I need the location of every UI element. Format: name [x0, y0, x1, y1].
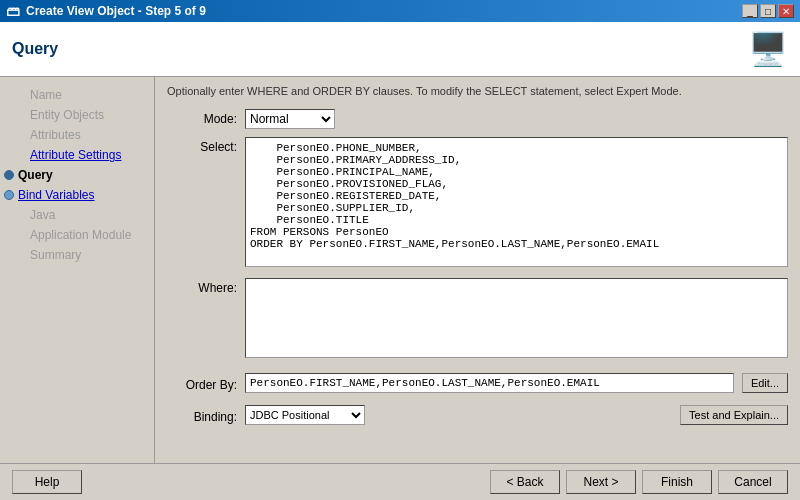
edit-button[interactable]: Edit... — [742, 373, 788, 393]
title-bar-title: Create View Object - Step 5 of 9 — [26, 4, 206, 18]
sidebar-label-attribute-settings: Attribute Settings — [30, 148, 121, 162]
test-explain-button[interactable]: Test and Explain... — [680, 405, 788, 425]
binding-label: Binding: — [167, 407, 237, 424]
where-row: Where: — [167, 278, 788, 361]
sidebar-label-name: Name — [30, 88, 62, 102]
sidebar-item-name: Name — [0, 85, 154, 105]
dialog-header: Query 🖥️ — [0, 22, 800, 77]
next-button[interactable]: Next > — [566, 470, 636, 494]
sidebar-label-java: Java — [30, 208, 55, 222]
binding-select[interactable]: JDBC Positional Named — [245, 405, 365, 425]
sidebar-entry-summary: Summary — [0, 245, 154, 265]
dialog-header-icon: 🖥️ — [748, 30, 788, 68]
dialog-title: Query — [12, 40, 58, 58]
sidebar-item-entity-objects: Entity Objects — [0, 105, 154, 125]
sidebar-entry-bind-variables: Bind Variables — [0, 185, 154, 205]
sidebar-item-application-module: Application Module — [0, 225, 154, 245]
sidebar-label-entity-objects: Entity Objects — [30, 108, 104, 122]
sidebar-label-summary: Summary — [30, 248, 81, 262]
select-textarea[interactable]: PersonEO.PHONE_NUMBER, PersonEO.PRIMARY_… — [245, 137, 788, 267]
where-textarea[interactable] — [245, 278, 788, 358]
order-by-label: Order By: — [167, 375, 237, 392]
sidebar-label-bind-variables: Bind Variables — [18, 188, 95, 202]
mode-control: Normal Expert — [245, 109, 788, 129]
maximize-button[interactable]: □ — [760, 4, 776, 18]
sidebar-entry-query: Query — [0, 165, 154, 185]
title-bar-controls: _ □ ✕ — [742, 4, 794, 18]
sidebar-entry-name: Name — [0, 85, 154, 105]
order-by-input[interactable] — [245, 373, 734, 393]
dialog-footer: Help < Back Next > Finish Cancel — [0, 463, 800, 500]
back-button[interactable]: < Back — [490, 470, 560, 494]
sidebar-label-application-module: Application Module — [30, 228, 131, 242]
cancel-button[interactable]: Cancel — [718, 470, 788, 494]
select-control: PersonEO.PHONE_NUMBER, PersonEO.PRIMARY_… — [245, 137, 788, 270]
hint-text: Optionally enter WHERE and ORDER BY clau… — [167, 85, 788, 97]
dialog: Query 🖥️ Name Entity Objects Attributes — [0, 22, 800, 500]
help-button[interactable]: Help — [12, 470, 82, 494]
where-label: Where: — [167, 278, 237, 295]
close-button[interactable]: ✕ — [778, 4, 794, 18]
main-content: Optionally enter WHERE and ORDER BY clau… — [155, 77, 800, 463]
where-control — [245, 278, 788, 361]
sidebar-dot-bind-variables — [4, 190, 14, 200]
mode-label: Mode: — [167, 109, 237, 126]
sidebar-label-query: Query — [18, 168, 53, 182]
sidebar: Name Entity Objects Attributes Attribute… — [0, 77, 155, 463]
sidebar-item-attributes: Attributes — [0, 125, 154, 145]
finish-button[interactable]: Finish — [642, 470, 712, 494]
sidebar-entry-attributes: Attributes — [0, 125, 154, 145]
sidebar-dot-query — [4, 170, 14, 180]
sidebar-item-summary: Summary — [0, 245, 154, 265]
sidebar-entry-entity-objects: Entity Objects — [0, 105, 154, 125]
minimize-button[interactable]: _ — [742, 4, 758, 18]
binding-row: Binding: JDBC Positional Named Test and … — [167, 405, 788, 425]
sidebar-item-query: Query — [0, 165, 154, 185]
footer-right: < Back Next > Finish Cancel — [490, 470, 788, 494]
sidebar-entry-attribute-settings: Attribute Settings — [0, 145, 154, 165]
sidebar-entry-application-module: Application Module — [0, 225, 154, 245]
dialog-body: Name Entity Objects Attributes Attribute… — [0, 77, 800, 463]
title-bar-icon: 🗃 — [6, 3, 20, 19]
order-by-row: Order By: Edit... — [167, 373, 788, 393]
select-row: Select: PersonEO.PHONE_NUMBER, PersonEO.… — [167, 137, 788, 270]
sidebar-label-attributes: Attributes — [30, 128, 81, 142]
sidebar-item-bind-variables[interactable]: Bind Variables — [0, 185, 154, 205]
title-bar: 🗃 Create View Object - Step 5 of 9 _ □ ✕ — [0, 0, 800, 22]
mode-select[interactable]: Normal Expert — [245, 109, 335, 129]
sidebar-item-java: Java — [0, 205, 154, 225]
sidebar-item-attribute-settings[interactable]: Attribute Settings — [0, 145, 154, 165]
sidebar-entry-java: Java — [0, 205, 154, 225]
mode-row: Mode: Normal Expert — [167, 109, 788, 129]
select-label: Select: — [167, 137, 237, 154]
